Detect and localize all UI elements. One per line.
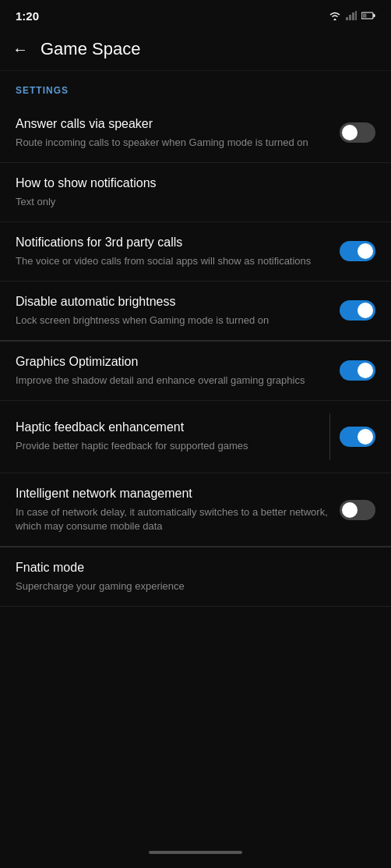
status-time: 1:20 (16, 9, 39, 23)
item-subtitle-fnatic-mode: Supercharge your gaming experience (16, 579, 366, 593)
section-label: SETTINGS (0, 71, 391, 104)
settings-item-3rd-party-calls[interactable]: Notifications for 3rd party calls The vo… (0, 222, 391, 282)
toggle-disable-brightness[interactable] (340, 300, 375, 321)
item-title-disable-brightness: Disable automatic brightness (16, 294, 330, 310)
toggle-3rd-party-calls[interactable] (340, 241, 375, 261)
item-title-answer-calls: Answer calls via speaker (16, 116, 330, 133)
toggle-haptic-feedback[interactable] (340, 427, 375, 447)
haptic-divider (329, 413, 330, 460)
settings-item-answer-calls[interactable]: Answer calls via speaker Route incoming … (0, 104, 391, 163)
toggle-network-management[interactable] (340, 500, 375, 520)
item-subtitle-show-notifications: Text only (16, 195, 366, 209)
svg-rect-0 (346, 17, 348, 20)
settings-item-graphics-optimization[interactable]: Graphics Optimization Improve the shadow… (0, 342, 391, 401)
svg-rect-3 (355, 11, 357, 20)
item-title-3rd-party-calls: Notifications for 3rd party calls (16, 235, 330, 251)
signal-icon (346, 11, 357, 20)
battery-icon (361, 11, 375, 20)
svg-rect-6 (363, 14, 367, 18)
item-subtitle-graphics-optimization: Improve the shadow detail and enhance ov… (16, 374, 330, 388)
item-subtitle-haptic-feedback: Provide better haptic feedback for suppo… (16, 439, 320, 453)
item-subtitle-3rd-party-calls: The voice or video calls from social app… (16, 254, 330, 268)
toggle-knob (358, 303, 373, 318)
svg-rect-1 (349, 15, 351, 20)
item-title-network-management: Intelligent network management (16, 486, 330, 502)
toggle-knob (342, 502, 358, 518)
header: ← Game Space (0, 28, 391, 71)
item-subtitle-answer-calls: Route incoming calls to speaker when Gam… (16, 136, 330, 150)
item-title-haptic-feedback: Haptic feedback enhancement (16, 420, 320, 436)
toggle-answer-calls[interactable] (340, 122, 375, 143)
toggle-knob (342, 125, 358, 140)
item-title-show-notifications: How to show notifications (16, 175, 366, 192)
svg-rect-2 (352, 12, 354, 20)
settings-item-fnatic-mode[interactable]: Fnatic mode Supercharge your gaming expe… (0, 547, 391, 607)
settings-item-network-management[interactable]: Intelligent network management In case o… (0, 473, 391, 547)
back-button[interactable]: ← (12, 41, 28, 58)
bottom-nav-bar (149, 851, 242, 854)
status-bar: 1:20 (0, 0, 391, 28)
settings-item-disable-brightness[interactable]: Disable automatic brightness Lock screen… (0, 282, 391, 342)
toggle-knob (358, 429, 373, 445)
toggle-graphics-optimization[interactable] (340, 360, 375, 381)
settings-list: SETTINGS Answer calls via speaker Route … (0, 71, 391, 607)
status-icons (329, 11, 375, 20)
item-title-graphics-optimization: Graphics Optimization (16, 354, 330, 370)
settings-item-show-notifications[interactable]: How to show notifications Text only (0, 163, 391, 222)
settings-item-haptic-feedback[interactable]: Haptic feedback enhancement Provide bett… (0, 401, 391, 473)
wifi-icon (329, 11, 341, 20)
toggle-knob (358, 243, 373, 259)
page-title: Game Space (41, 39, 140, 59)
item-subtitle-disable-brightness: Lock screen brightness when Gaming mode … (16, 314, 330, 328)
item-title-fnatic-mode: Fnatic mode (16, 560, 366, 576)
toggle-knob (358, 363, 373, 378)
svg-rect-5 (374, 14, 375, 17)
item-subtitle-network-management: In case of network delay, it automatical… (16, 505, 330, 533)
